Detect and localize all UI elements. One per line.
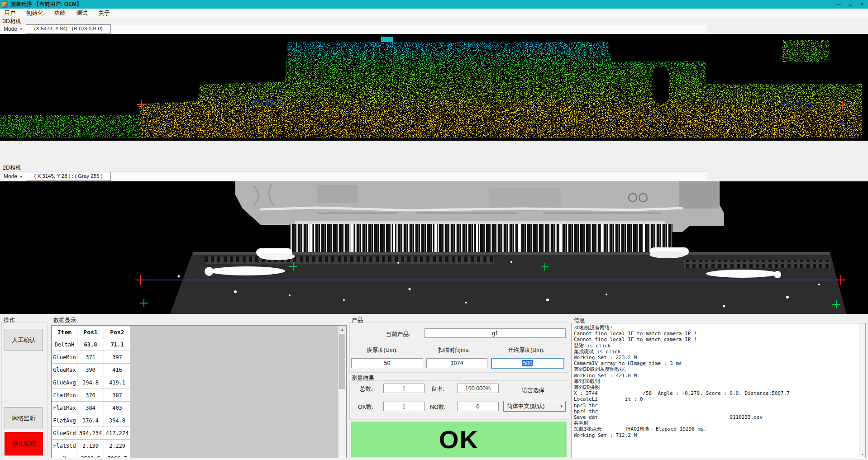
table-cell-pos2[interactable]: 416 [104,364,131,376]
table-row[interactable]: FlatAvg376.4394.8 [52,414,131,427]
table-cell-item[interactable]: DeltaH [52,338,77,351]
log-line: 等到3D取到灰度图数据。 [574,366,859,372]
table-cell-pos1[interactable]: 394.8 [77,376,104,389]
current-product-label: 当前产品: [386,331,410,338]
ok-count-field[interactable]: 1 [383,402,424,411]
table-cell-pos2[interactable]: 419.1 [104,376,131,389]
table-cell-pos2[interactable]: 394.8 [104,414,131,427]
menu-item-5[interactable]: 关于 [99,9,110,17]
table-cell-pos2[interactable]: 387 [104,389,131,402]
menu-item-1[interactable]: 用户 [4,9,15,17]
log-line: 登陆 is click [574,343,859,349]
language-select[interactable]: 简体中文(默认) ▾ [503,401,566,412]
app-window: 测量程序 【当前用户: OEM】 — □ ✕ 用户初始化功能调试关于 3D相机 … [0,0,868,460]
info-log[interactable]: 3D相机没有网络!Cannot find local IF to match c… [571,323,866,458]
table-cell-pos2[interactable]: 2.229 [104,440,131,452]
yield-field[interactable]: 100.000% [457,384,499,393]
log-line: 等到3D取到 [574,379,859,384]
table-cell-item[interactable]: GlueMax [52,364,77,376]
table-cell-pos2[interactable]: 403 [104,402,131,414]
table-row[interactable]: FlatMax384403 [52,402,131,414]
selected-text: 500 [522,360,534,366]
maximize-button[interactable]: □ [844,0,856,9]
camera2d-pixel-status: ( X 3145, Y 28 ) : ( Gray 255 ) [26,172,111,181]
info-scrollbar[interactable]: ▾ [859,323,865,457]
menu-item-2[interactable]: 初始化 [26,9,43,17]
grayscale-2d-image[interactable] [0,181,868,314]
table-cell-item[interactable]: FlatStd [52,440,77,452]
table-column-header[interactable]: Pos2 [104,326,131,338]
table-row[interactable]: GlueStd394.234417.274 [52,427,131,440]
combo-arrow-icon: ▾ [558,404,565,408]
table-cell-item[interactable]: X [52,452,77,459]
table-cell-item[interactable]: GlueMin [52,351,77,364]
table-column-header[interactable]: Item [52,326,77,338]
log-line: hpr3 thr [574,403,859,408]
table-row[interactable]: X2583.57066.7 [52,452,131,459]
scrollbar-thumb[interactable] [339,334,345,389]
camera3d-modebar: Mode ▼ (X 5473, Y 84) : (R 0,G 0,B 0) [0,24,707,34]
table-cell-item[interactable]: GlueStd [52,427,77,440]
table-row[interactable]: GlueMin371397 [52,351,131,364]
table-column-header[interactable]: Pos1 [77,326,104,338]
yield-label: 良率: [431,385,444,393]
ng-count-field[interactable]: 0 [457,402,499,411]
table-cell-item[interactable]: FlatMax [52,402,77,414]
p1-measure-annotation: P1:63.8 [251,99,284,108]
menu-item-4[interactable]: 调试 [76,9,88,17]
film-thickness-input[interactable]: 50 [351,358,423,368]
table-row[interactable]: FlatStd2.1392.229 [52,440,131,452]
table-cell-pos1[interactable]: 390 [77,364,104,376]
log-line: Working Set : 712.2 M [574,432,859,438]
menu-item-3[interactable]: 功能 [54,9,66,17]
table-cell-item[interactable]: FlatMin [52,389,77,402]
current-product-input[interactable]: g1 [424,328,566,338]
mode-label: Mode [4,173,17,180]
table-scrollbar[interactable]: ▲ [338,326,346,458]
minimize-button[interactable]: — [833,0,844,9]
table-cell-pos1[interactable]: 2.139 [77,440,104,452]
table-cell-pos1[interactable]: 394.234 [77,427,104,440]
log-line: 等到2D拼图 [574,384,859,390]
allowed-thickness-input[interactable]: 500 [491,358,564,369]
manual-confirm-button[interactable]: 人工确认 [5,329,43,351]
stop-listen-button[interactable]: 停止监听 [5,432,43,455]
table-row[interactable]: GlueAvg394.8419.1 [52,376,131,389]
table-cell-item[interactable]: GlueAvg [52,376,77,389]
camera3d-pixel-status: (X 5473, Y 84) : (R 0,G 0,B 0) [26,24,111,33]
table-cell-pos1[interactable]: 376.4 [77,414,104,427]
table-cell-pos1[interactable]: 2583.5 [77,452,104,459]
network-listen-button[interactable]: 网络监听 [5,407,43,429]
camera2d-label: 2D相机 [3,164,21,172]
language-label: 语言选择 [522,387,544,394]
heightmap-3d-image[interactable]: P1:63.8 P2:71.1 [0,34,868,141]
table-header-row: ItemPos1Pos2 [52,326,131,338]
table-cell-pos2[interactable]: 7066.7 [104,452,131,459]
table-row[interactable]: FlatMin370387 [52,389,131,402]
log-line: Cannot find local IF to match camera IP … [574,331,859,337]
table-cell-pos2[interactable]: 417.274 [104,427,131,440]
scroll-up-icon[interactable]: ▲ [339,326,346,333]
table-cell-pos1[interactable]: 371 [77,351,104,364]
data-display-title: 数据显示 [53,317,76,324]
scan-time-input[interactable]: 1074 [426,358,487,368]
table-cell-pos2[interactable]: 397 [104,351,131,364]
log-line: Working Set : 223.2 M [574,355,859,360]
window-title: 测量程序 【当前用户: OEM】 [10,0,82,8]
data-table[interactable]: ItemPos1Pos2 DeltaH63.871.1GlueMin371397… [51,325,347,458]
table-row[interactable]: GlueMax390416 [52,364,131,376]
table-cell-pos1[interactable]: 63.8 [77,338,104,351]
close-button[interactable]: ✕ [856,0,868,9]
table-cell-pos1[interactable]: 370 [77,389,104,402]
log-line: Save dat 9110233.csv [574,414,859,420]
table-row[interactable]: DeltaH63.871.1 [52,338,131,351]
log-line: 加载3张点云 行AOI检查, Elapsed 19296 ms. [574,426,859,432]
camera2d-mode-button[interactable]: Mode ▼ [0,172,26,181]
app-icon [2,2,8,7]
table-cell-pos2[interactable]: 71.1 [104,338,131,351]
table-cell-pos1[interactable]: 384 [77,402,104,414]
locate-line [141,280,842,280]
table-cell-item[interactable]: FlatAvg [52,414,77,427]
total-count-field[interactable]: 1 [383,384,424,393]
camera3d-mode-button[interactable]: Mode ▼ [0,24,26,33]
